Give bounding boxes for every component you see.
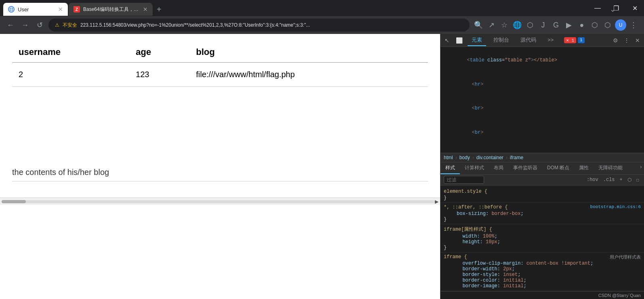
style-prop: border-style: inset; [444,272,641,278]
style-prop: border-width: 2px; [444,266,641,272]
menu-button[interactable]: ⋮ [628,19,639,31]
table-row: 2 123 file:///var/www/html/flag.php [12,63,428,87]
inspect-button[interactable]: ☐ [635,177,641,183]
dom-line: <br> [441,97,644,121]
blog-text: the contents of his/her blog [0,160,440,181]
devtools-close-button[interactable]: ✕ [634,36,642,44]
close-button[interactable]: ✕ [625,0,644,16]
play-button[interactable]: ▶ [563,19,575,31]
devtools-more-button[interactable]: ⋮ [622,36,631,44]
styles-filter-buttons: :hov .cls + ⬡ ☐ [585,177,641,183]
warning-badge: 1 [578,37,585,43]
cell-blog: file:///var/www/html/flag.php [190,63,428,87]
forward-button[interactable]: → [19,19,31,31]
style-tab-accessibility[interactable]: 无障碍功能 [594,162,627,174]
attr-value: "table z" [505,57,531,63]
breadcrumb-html[interactable]: html [444,155,453,160]
ext4-button[interactable]: ⬡ [602,19,613,31]
tab-close-user[interactable]: ✕ [58,6,63,13]
style-prop: border-image: initial; [444,283,641,289]
lock-icon: ⚠ [55,22,59,28]
style-prop: height: 10px; [444,239,641,245]
page-scrollbar[interactable]: ▶ [0,198,440,205]
ext2-button[interactable]: G [550,19,562,31]
address-prefix: 不安全 [63,22,77,29]
address-toolbar: 🔍 ↗ ☆ 🌐 ⬡ J G ▶ ● ⬡ ⬡ U ⋮ [473,19,639,31]
zoom-button[interactable]: 🔍 [473,19,484,31]
dom-line: <br> [441,145,644,153]
dom-line: <hr> [441,73,644,97]
add-style-button[interactable]: + [618,177,624,183]
style-tab-properties[interactable]: 属性 [574,162,594,174]
cell-age: 123 [129,63,189,87]
style-tab-dom-breakpoints[interactable]: DOM 断点 [542,162,574,174]
breadcrumb-sep2: › [472,155,474,160]
devtools-device-button[interactable]: ⬜ [454,36,464,44]
style-rule-iframe-ua: iframe { 用户代理样式表 overflow-clip-margin: c… [441,253,644,291]
devtools-toolbar: ↖ ⬜ 元素 控制台 源代码 >> ✕ 1 1 ⚙ ⋮ ✕ [441,34,644,47]
tab-base64[interactable]: Z Base64编码转换工具，Base64加... ✕ [69,3,153,16]
reload-button[interactable]: ↺ [34,19,45,31]
dom-line: <table class="table z"></table> [441,48,644,73]
tab-favicon-base64: Z [73,6,80,13]
style-selector: iframe { 用户代理样式表 [444,254,641,260]
error-badge: ✕ 1 [564,37,576,43]
devtools-settings-button[interactable]: ⚙ [611,36,620,44]
maximize-button[interactable]: ❐ [607,0,625,16]
col-blog: blog [190,42,428,63]
tab-bar: User ✕ Z Base64编码转换工具，Base64加... ✕ + ⌄ [0,0,644,16]
tab-user[interactable]: User ✕ [3,3,68,16]
page-table-area: username age blog 2 123 file:///var/www/… [0,34,440,95]
style-rule-element: element.style { } [441,187,644,203]
page-content: username age blog 2 123 file:///var/www/… [0,34,440,299]
style-tab-listeners[interactable]: 事件监听器 [508,162,542,174]
extensions-button[interactable]: ⬡ [589,19,600,31]
cell-username: 2 [12,63,129,87]
breadcrumb-body[interactable]: body [459,155,470,160]
bookmark-button[interactable]: ☆ [499,19,510,31]
ext1-button[interactable]: J [537,19,549,31]
devtools-tab-elements[interactable]: 元素 [468,35,486,46]
cls-button[interactable]: .cls [602,177,617,183]
style-tab-styles[interactable]: 样式 [441,162,460,174]
styles-filter-row: :hov .cls + ⬡ ☐ [441,175,644,185]
minimize-button[interactable]: — [588,0,607,16]
scrollbar-thumb[interactable] [2,200,26,203]
devtools-tab-more[interactable]: >> [543,35,558,45]
new-style-rule[interactable]: ⬡ [626,177,633,183]
tab-title-user: User [18,6,29,13]
dom-tree: <table class="table z"></table> <hr> <br… [441,47,644,153]
styles-filter-input[interactable] [444,176,484,184]
address-input[interactable] [80,22,463,28]
style-source-ua: 用户代理样式表 [610,254,641,260]
style-closing: } [444,245,641,251]
profile-button[interactable]: U [615,19,626,31]
style-rule-universal: *, ::after, ::before { bootstrap.min.css… [441,203,644,224]
breadcrumb-container[interactable]: div.container [476,155,503,160]
style-tab-computed[interactable]: 计算样式 [460,162,489,174]
address-bar-row: ← → ↺ ⚠ 不安全 🔍 ↗ ☆ 🌐 ⬡ J G ▶ ● ⬡ ⬡ U [0,16,644,34]
devtools-tab-console[interactable]: 控制台 [489,35,513,46]
scrollbar-track[interactable] [2,200,435,203]
back-button[interactable]: ← [5,19,16,31]
attr-name: class [487,57,502,63]
tab-close-base64[interactable]: ✕ [143,6,148,13]
style-tab-layout[interactable]: 布局 [489,162,508,174]
tab-favicon-user [8,6,15,13]
ext3-button[interactable]: ● [576,19,587,31]
devtools-cursor-button[interactable]: ↖ [443,36,451,44]
style-prop: box-sizing: border-box; [444,211,641,217]
devtools-styles-tabs: 样式 计算样式 布局 事件监听器 DOM 断点 属性 无障碍功能 › [441,162,644,175]
devtools-tab-sources[interactable]: 源代码 [516,35,540,46]
translate-button[interactable]: 🌐 [512,19,523,31]
cast-button[interactable]: ⬡ [524,19,536,31]
style-source[interactable]: bootstrap.min.css:6 [590,204,641,209]
breadcrumb-iframe[interactable]: iframe [510,155,523,160]
address-bar[interactable]: ⚠ 不安全 [48,19,470,32]
new-tab-button[interactable]: + [153,5,165,14]
hov-button[interactable]: :hov [585,177,600,183]
style-selector: iframe[属性样式] { [444,226,641,233]
window-controls: — ❐ ✕ [588,0,644,16]
share-button[interactable]: ↗ [486,19,497,31]
scroll-right-button[interactable]: ▶ [435,199,438,204]
